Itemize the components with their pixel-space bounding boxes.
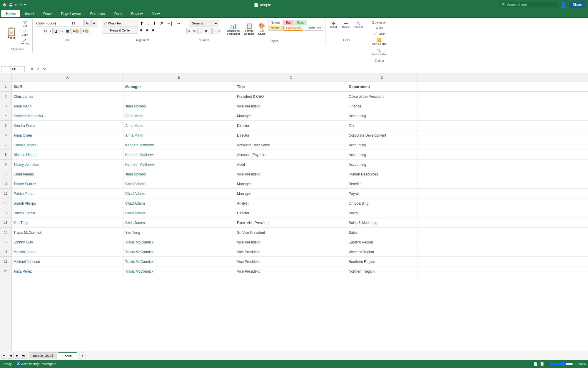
zoom-out-icon[interactable]: − bbox=[547, 362, 548, 366]
row-num-2[interactable]: 2 bbox=[0, 92, 11, 101]
row-num-12[interactable]: 12 bbox=[0, 189, 11, 198]
cell-d-12[interactable]: Payroll bbox=[347, 189, 417, 198]
cell-b-11[interactable]: Chad Adams bbox=[123, 179, 235, 189]
cell-d-6[interactable]: Corporate Development bbox=[347, 130, 417, 140]
row-num-19[interactable]: 19 bbox=[0, 257, 11, 266]
find-select-button[interactable]: 🔍 Find & Select bbox=[369, 47, 389, 57]
cell-a-8[interactable]: Nichole Hinton bbox=[12, 150, 123, 160]
cell-c-18[interactable]: Vice President bbox=[235, 247, 347, 257]
text-direction-button[interactable]: ↗ bbox=[158, 20, 165, 26]
nav-first-button[interactable]: ⏮ bbox=[1, 353, 7, 359]
share-button[interactable]: Share bbox=[569, 1, 586, 8]
cell-d-15[interactable]: Sales & Marketing bbox=[347, 218, 417, 228]
col-header-a[interactable]: A bbox=[12, 73, 123, 82]
cell-c-17[interactable]: Vice President bbox=[235, 237, 347, 247]
cell-d-1[interactable]: Department bbox=[347, 82, 417, 92]
cell-d-11[interactable]: Benefits bbox=[347, 179, 417, 189]
cell-a-1[interactable]: Staff bbox=[12, 82, 123, 92]
cell-c-4[interactable]: Manager bbox=[235, 111, 347, 121]
cell-a-7[interactable]: Cynthia Moore bbox=[12, 140, 123, 150]
name-box[interactable] bbox=[1, 66, 25, 72]
cell-c-8[interactable]: Accounts Payable bbox=[235, 150, 347, 160]
font-name-input[interactable] bbox=[35, 20, 70, 26]
cell-b-15[interactable]: Chris James bbox=[123, 218, 235, 228]
cell-d-16[interactable]: Sales bbox=[347, 228, 417, 237]
fill-button[interactable]: ⬇ Fill bbox=[371, 26, 388, 31]
redo-icon[interactable]: ↪ bbox=[19, 3, 22, 7]
bold-button[interactable]: B bbox=[43, 28, 48, 34]
sheet-tab-people-visual[interactable]: people_visual bbox=[29, 352, 57, 359]
cell-c-9[interactable]: Audit bbox=[235, 160, 347, 169]
italic-button[interactable]: I bbox=[49, 28, 53, 34]
style-neutral[interactable]: Neutral bbox=[268, 26, 283, 31]
fill-color-button[interactable]: A🎨 bbox=[71, 28, 80, 34]
cell-a-3[interactable]: Anna Mann bbox=[12, 101, 123, 111]
align-left-button[interactable]: ≡ bbox=[138, 27, 144, 34]
style-calculation[interactable]: Calculation bbox=[283, 26, 303, 31]
cell-b-10[interactable]: Juan Moreno bbox=[123, 169, 235, 179]
cell-b-13[interactable]: Chad Adams bbox=[123, 198, 235, 208]
cell-styles-button[interactable]: 🎨 CellStyles bbox=[257, 20, 267, 38]
row-num-18[interactable]: 18 bbox=[0, 247, 11, 257]
cell-d-20[interactable]: Northern Region bbox=[347, 266, 417, 276]
format-painter-button[interactable]: 🖌️ Format bbox=[19, 38, 31, 46]
row-num-9[interactable]: 9 bbox=[0, 160, 11, 169]
save-icon[interactable]: 💾 bbox=[9, 3, 13, 7]
clear-button[interactable]: 🧹 Clear bbox=[371, 31, 388, 36]
paste-button[interactable]: 📋 Paste bbox=[4, 26, 19, 40]
view-page-layout-icon[interactable]: 📄 bbox=[534, 362, 538, 366]
cell-d-10[interactable]: Human Resources bbox=[347, 169, 417, 179]
row-num-14[interactable]: 14 bbox=[0, 208, 11, 218]
cell-a-11[interactable]: Tiffany Suarez bbox=[12, 179, 123, 189]
decimal-increase-button[interactable]: .0→ bbox=[203, 28, 211, 34]
underline-button[interactable]: U bbox=[53, 28, 59, 34]
row-num-6[interactable]: 6 bbox=[0, 130, 11, 140]
align-middle-button[interactable]: ↕ bbox=[146, 20, 151, 26]
tab-data[interactable]: Data bbox=[110, 10, 126, 17]
cell-c-5[interactable]: Director bbox=[235, 121, 347, 130]
cell-b-8[interactable]: Kenneth Matthews bbox=[123, 150, 235, 160]
cell-c-10[interactable]: Vice President bbox=[235, 169, 347, 179]
cell-b-14[interactable]: Chad Adams bbox=[123, 208, 235, 218]
formula-input[interactable] bbox=[48, 67, 587, 72]
cell-d-14[interactable]: Policy bbox=[347, 208, 417, 218]
copy-button[interactable]: 📄 Copy bbox=[19, 29, 31, 37]
cell-a-9[interactable]: Tiffany Johnston bbox=[12, 160, 123, 169]
indent-increase-button[interactable]: |→ bbox=[174, 20, 182, 26]
zoom-in-icon[interactable]: + bbox=[574, 362, 576, 366]
font-size-increase-button[interactable]: A↑ bbox=[84, 20, 91, 26]
conditional-formatting-button[interactable]: 📊 ConditionalFormatting bbox=[225, 20, 242, 38]
cell-b-1[interactable]: Manager bbox=[123, 82, 235, 92]
cell-b-5[interactable]: Anna Mann bbox=[123, 121, 235, 130]
tab-home[interactable]: Home bbox=[1, 10, 20, 17]
align-top-button[interactable]: ⬆ bbox=[138, 20, 145, 26]
home-icon[interactable]: 🏠 bbox=[2, 3, 7, 7]
cell-a-17[interactable]: Johnny Clay bbox=[12, 237, 123, 247]
cell-b-4[interactable]: Anna Mann bbox=[123, 111, 235, 121]
search-box[interactable]: 🔍 Search Sheet bbox=[499, 2, 558, 7]
cell-c-7[interactable]: Accounts Receivable bbox=[235, 140, 347, 150]
cell-c-20[interactable]: Vice President bbox=[235, 266, 347, 276]
row-num-7[interactable]: 7 bbox=[0, 140, 11, 150]
cell-b-3[interactable]: Juan Moreno bbox=[123, 101, 235, 111]
nav-prev-button[interactable]: ◀ bbox=[8, 353, 14, 359]
row-num-17[interactable]: 17 bbox=[0, 237, 11, 247]
row-num-10[interactable]: 10 bbox=[0, 169, 11, 179]
formula-cancel-button[interactable]: ✕ bbox=[30, 67, 34, 72]
style-bad[interactable]: Bad bbox=[283, 20, 294, 25]
tab-draw[interactable]: Draw bbox=[39, 10, 56, 17]
font-size-decrease-button[interactable]: A↓ bbox=[91, 20, 98, 26]
cell-b-19[interactable]: Travis McCormick bbox=[123, 257, 235, 266]
cell-a-14[interactable]: Raven Garcia bbox=[12, 208, 123, 218]
cell-d-7[interactable]: Accounting bbox=[347, 140, 417, 150]
cell-b-18[interactable]: Travis McCormick bbox=[123, 247, 235, 257]
cell-a-15[interactable]: Yao Tung bbox=[12, 218, 123, 228]
cell-a-12[interactable]: Patrick Pena bbox=[12, 189, 123, 198]
row-num-3[interactable]: 3 bbox=[0, 101, 11, 111]
cell-c-3[interactable]: Vice President bbox=[235, 101, 347, 111]
customize-icon[interactable]: ▾ bbox=[24, 3, 26, 7]
cell-d-18[interactable]: Western Region bbox=[347, 247, 417, 257]
style-good[interactable]: Good bbox=[295, 20, 307, 25]
align-bottom-button[interactable]: ⬇ bbox=[151, 20, 158, 26]
cell-c-19[interactable]: Vice President bbox=[235, 257, 347, 266]
